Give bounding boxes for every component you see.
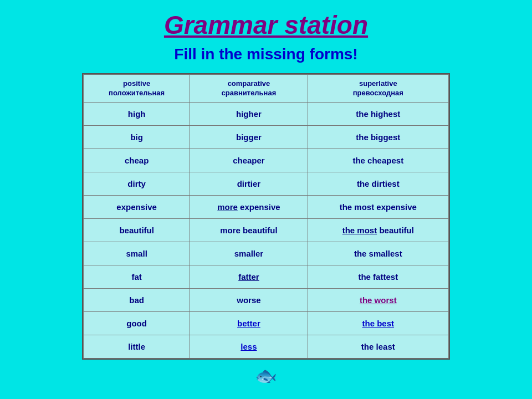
page-title: Grammar station [164, 10, 368, 40]
cell-superlative: the smallest [308, 242, 448, 265]
table-row: bigbiggerthe biggest [84, 126, 449, 149]
cell-superlative: the worst [308, 289, 448, 312]
table-header-row: positive положительная comparative сравн… [84, 75, 449, 103]
table-row: littlelessthe least [84, 335, 449, 359]
header-comparative: comparative сравнительная [190, 75, 308, 103]
fish-decoration: 🐟 [255, 365, 277, 386]
cell-superlative: the best [308, 312, 448, 335]
table-row: cheapcheaperthe cheapest [84, 149, 449, 172]
cell-comparative: higher [190, 103, 308, 126]
cell-positive: cheap [84, 149, 190, 172]
cell-superlative: the biggest [308, 126, 448, 149]
cell-positive: good [84, 312, 190, 335]
cell-comparative: better [190, 312, 308, 335]
cell-comparative: dirtier [190, 172, 308, 196]
cell-comparative: less [190, 335, 308, 359]
table-row: fatfatterthe fattest [84, 265, 449, 289]
table-row: smallsmallerthe smallest [84, 242, 449, 265]
cell-comparative: more beautiful [190, 219, 308, 242]
table-row: dirtydirtierthe dirtiest [84, 172, 449, 196]
cell-positive: expensive [84, 196, 190, 219]
cell-comparative: smaller [190, 242, 308, 265]
cell-superlative: the most expensive [308, 196, 448, 219]
table-body: highhigherthe highestbigbiggerthe bigges… [84, 103, 449, 359]
header-superlative: superlative превосходная [308, 75, 448, 103]
cell-positive: fat [84, 265, 190, 289]
cell-superlative: the fattest [308, 265, 448, 289]
cell-comparative: bigger [190, 126, 308, 149]
cell-positive: dirty [84, 172, 190, 196]
cell-positive: little [84, 335, 190, 359]
cell-positive: bad [84, 289, 190, 312]
table-row: badworsethe worst [84, 289, 449, 312]
table-row: expensivemore expensivethe most expensiv… [84, 196, 449, 219]
cell-comparative: cheaper [190, 149, 308, 172]
cell-positive: big [84, 126, 190, 149]
cell-superlative: the least [308, 335, 448, 359]
grammar-table-wrapper: positive положительная comparative сравн… [82, 73, 450, 360]
cell-comparative: worse [190, 289, 308, 312]
header-positive: positive положительная [84, 75, 190, 103]
cell-comparative: more expensive [190, 196, 308, 219]
cell-comparative: fatter [190, 265, 308, 289]
grammar-table: positive положительная comparative сравн… [83, 74, 449, 359]
page-subtitle: Fill in the missing forms! [174, 45, 357, 63]
cell-positive: beautiful [84, 219, 190, 242]
cell-superlative: the cheapest [308, 149, 448, 172]
cell-superlative: the dirtiest [308, 172, 448, 196]
table-row: beautifulmore beautifulthe most beautifu… [84, 219, 449, 242]
cell-positive: small [84, 242, 190, 265]
cell-positive: high [84, 103, 190, 126]
cell-superlative: the highest [308, 103, 448, 126]
cell-superlative: the most beautiful [308, 219, 448, 242]
table-row: highhigherthe highest [84, 103, 449, 126]
table-row: goodbetterthe best [84, 312, 449, 335]
